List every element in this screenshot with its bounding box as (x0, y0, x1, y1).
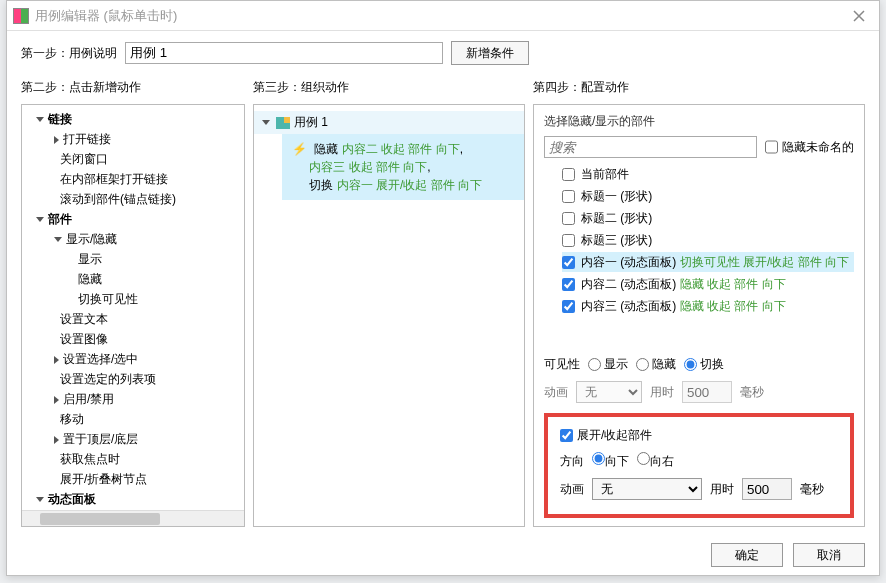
vis-show[interactable]: 显示 (588, 353, 628, 375)
expand-collapse[interactable]: 展开/折叠树节点 (60, 472, 147, 486)
case-icon (276, 117, 290, 129)
window-title: 用例编辑器 (鼠标单击时) (35, 7, 839, 25)
case-name-input[interactable] (125, 42, 443, 64)
dir-right[interactable]: 向右 (637, 452, 674, 470)
widget-h2[interactable]: 标题二 (形状) (562, 208, 854, 228)
step2-label: 第二步：点击新增动作 (21, 79, 245, 96)
ms-label: 毫秒 (800, 481, 824, 498)
case-name: 用例 1 (294, 114, 328, 131)
ok-button[interactable]: 确定 (711, 543, 783, 567)
cancel-button[interactable]: 取消 (793, 543, 865, 567)
open-link[interactable]: 打开链接 (63, 132, 111, 146)
cat-links: 链接 (48, 112, 72, 126)
anim-top-label: 动画 (544, 384, 568, 401)
tree-move[interactable]: 移动 (60, 412, 84, 426)
open-in-frame[interactable]: 在内部框架打开链接 (60, 172, 168, 186)
search-input[interactable] (544, 136, 757, 158)
anim-top-time[interactable] (682, 381, 732, 403)
tree-scrollbar[interactable] (22, 510, 244, 526)
anim-label: 动画 (560, 481, 584, 498)
cat-widgets: 部件 (48, 212, 72, 226)
tree-show[interactable]: 显示 (78, 252, 102, 266)
hide-unnamed-checkbox[interactable]: 隐藏未命名的 (765, 136, 854, 158)
enable-disable[interactable]: 启用/禁用 (63, 392, 114, 406)
anim-top-select[interactable]: 无 (576, 381, 642, 403)
close-window[interactable]: 关闭窗口 (60, 152, 108, 166)
highlighted-section: 展开/收起部件 方向 向下 向右 动画 无 用时 毫秒 (544, 413, 854, 518)
set-selected[interactable]: 设置选择/选中 (63, 352, 138, 366)
select-widgets-title: 选择隐藏/显示的部件 (544, 113, 854, 130)
close-icon[interactable] (839, 1, 879, 31)
set-image[interactable]: 设置图像 (60, 332, 108, 346)
direction-label: 方向 (560, 453, 584, 470)
cat-dynamic-panel: 动态面板 (48, 492, 96, 506)
anim-time-input[interactable] (742, 478, 792, 500)
widget-h3[interactable]: 标题三 (形状) (562, 230, 854, 250)
widget-c3[interactable]: 内容三 (动态面板) 隐藏 收起 部件 向下 (562, 296, 854, 316)
widget-c2[interactable]: 内容二 (动态面板) 隐藏 收起 部件 向下 (562, 274, 854, 294)
vis-hide[interactable]: 隐藏 (636, 353, 676, 375)
bring-front-back[interactable]: 置于顶层/底层 (63, 432, 138, 446)
add-condition-button[interactable]: 新增条件 (451, 41, 529, 65)
step3-label: 第三步：组织动作 (253, 79, 525, 96)
vis-toggle[interactable]: 切换 (684, 353, 724, 375)
expand-collapse-widget-checkbox[interactable]: 展开/收起部件 (560, 427, 838, 444)
time-label: 用时 (710, 481, 734, 498)
set-text[interactable]: 设置文本 (60, 312, 108, 326)
show-hide[interactable]: 显示/隐藏 (66, 232, 117, 246)
anim-select[interactable]: 无 (592, 478, 702, 500)
chevron-down-icon (262, 120, 270, 125)
action-tree[interactable]: 链接 打开链接 关闭窗口 在内部框架打开链接 滚动到部件(锚点链接) 部件 (22, 105, 244, 510)
case-row[interactable]: 用例 1 (254, 111, 524, 134)
visibility-label: 可见性 (544, 353, 580, 375)
widget-c1[interactable]: 内容一 (动态面板) 切换可见性 展开/收起 部件 向下 (562, 252, 854, 272)
step4-label: 第四步：配置动作 (533, 79, 629, 96)
tree-hide[interactable]: 隐藏 (78, 272, 102, 286)
widget-h1[interactable]: 标题一 (形状) (562, 186, 854, 206)
get-focus[interactable]: 获取焦点时 (60, 452, 120, 466)
action-item[interactable]: ⚡ 隐藏 内容二 收起 部件 向下, 内容三 收起 部件 向下, 切换 内容一 … (282, 134, 524, 200)
widget-current[interactable]: 当前部件 (562, 164, 854, 184)
lightning-icon: ⚡ (292, 142, 307, 156)
scroll-anchor[interactable]: 滚动到部件(锚点链接) (60, 192, 176, 206)
dir-down[interactable]: 向下 (592, 452, 629, 470)
tree-toggle-vis[interactable]: 切换可见性 (78, 292, 138, 306)
app-icon (13, 8, 29, 24)
set-list[interactable]: 设置选定的列表项 (60, 372, 156, 386)
step1-label: 第一步：用例说明 (21, 45, 117, 62)
